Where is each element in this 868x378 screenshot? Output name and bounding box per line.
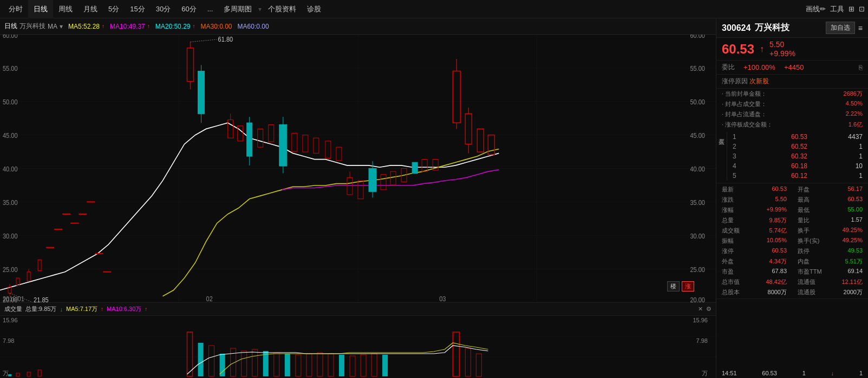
svg-rect-113	[328, 354, 334, 376]
nav-multi-period[interactable]: 多周期图	[218, 0, 257, 18]
svg-rect-55	[381, 175, 386, 190]
svg-rect-35	[238, 126, 243, 141]
close-vol-icon[interactable]: ✕	[698, 306, 703, 313]
svg-text:万: 万	[3, 370, 9, 376]
zhang-ting-reason-label: 涨停原因	[722, 77, 748, 85]
stat-nei-pan: 内盘 5.51万	[792, 256, 868, 267]
svg-rect-15	[16, 278, 19, 286]
ob-row-1: 1 60.53 4437	[727, 132, 868, 142]
stat-shi-ying-ttm: 市盈TTM 69.14	[792, 267, 868, 277]
svg-text:50.00: 50.00	[690, 98, 705, 106]
stat-zong-shi-zhi: 总市值 48.42亿	[716, 277, 792, 287]
main-layout: 日线 万兴科技 MA ▾ MA5:52.28 ↑ MA10:49.37 ↑ MA…	[0, 18, 868, 378]
volume-chart-svg: 15.96 7.98 万 15.96 7.98 万	[0, 316, 716, 378]
limit-info-row: 委比 +100.00% +4450 ⎘	[716, 61, 868, 75]
svg-text:60.00: 60.00	[3, 35, 18, 39]
svg-rect-33	[228, 120, 233, 138]
svg-text:45.00: 45.00	[690, 132, 705, 140]
nav-more[interactable]: ...	[202, 0, 219, 18]
fullscreen-icon[interactable]: ⊡	[859, 5, 865, 13]
stat-zong-liang: 总量 9.85万	[716, 215, 792, 226]
svg-rect-58	[412, 162, 417, 173]
bottom-time-row: 14:51 60.53 1 ↓ 1	[716, 368, 868, 378]
svg-rect-41	[279, 125, 287, 167]
chart-area: 日线 万兴科技 MA ▾ MA5:52.28 ↑ MA10:49.37 ↑ MA…	[0, 18, 716, 378]
svg-rect-110	[296, 355, 301, 376]
svg-rect-102	[209, 346, 214, 376]
svg-rect-112	[317, 353, 323, 376]
chart-toolbar: 日线 万兴科技 MA ▾ MA5:52.28 ↑ MA10:49.37 ↑ MA…	[0, 18, 716, 35]
nav-5fen[interactable]: 5分	[103, 0, 125, 18]
nav-fen-shi[interactable]: 分时	[3, 0, 28, 18]
chart-stock-name: 万兴科技	[19, 22, 45, 31]
nav-ri-xian[interactable]: 日线	[28, 0, 53, 18]
stat-shi-ying: 市盈 67.83	[716, 267, 792, 277]
price-chart[interactable]: 60.00 55.00 50.00 45.00 40.00 35.00 30.0…	[0, 35, 716, 302]
svg-rect-99	[38, 370, 41, 376]
ma10-indicator: MA10:49.37	[110, 23, 145, 30]
nav-yue-xian[interactable]: 月线	[78, 0, 103, 18]
stat-zui-di: 最低 55.00	[792, 205, 868, 215]
svg-rect-39	[258, 129, 263, 147]
volume-label: 成交量	[4, 305, 22, 313]
buy-book-rows: 1 60.53 4437 2 60.52 1 3 60.32 1	[727, 132, 868, 181]
copy-icon[interactable]: ⎘	[859, 64, 863, 71]
nav-stock-info[interactable]: 个股资料	[263, 0, 302, 18]
expand-icon[interactable]: ⊞	[849, 5, 854, 13]
volume-total: 总量:9.85万	[25, 305, 56, 313]
ma5-arrow: ↑	[102, 23, 105, 29]
svg-text:30.00: 30.00	[3, 232, 18, 240]
bottom-dir-icon: ↓	[831, 370, 834, 376]
svg-text:7.98: 7.98	[696, 337, 708, 344]
stock-menu-icon[interactable]: ≡	[858, 24, 863, 32]
svg-rect-111	[306, 354, 312, 376]
stat-cheng-jiao-e: 成交额 5.74亿	[716, 226, 792, 236]
flag-zhang: 涨	[682, 281, 694, 291]
svg-text:02: 02	[206, 295, 213, 302]
svg-rect-47	[325, 141, 331, 158]
bottom-price: 60.53	[762, 370, 777, 376]
tools-btn[interactable]: 工具	[830, 4, 844, 14]
svg-rect-40	[269, 125, 274, 142]
ma-type-arrow[interactable]: ▾	[60, 23, 63, 30]
stat-liang-bi: 量比 1.57	[792, 215, 868, 226]
limit-ratio-value: +100.00%	[743, 63, 775, 71]
nav-60fen[interactable]: 60分	[176, 0, 201, 18]
svg-rect-97	[16, 373, 19, 376]
svg-text:55.00: 55.00	[690, 65, 705, 72]
svg-rect-30	[198, 71, 205, 114]
draw-tool[interactable]: 画线✏	[806, 4, 826, 14]
ma10-arrow: ↑	[147, 23, 150, 29]
price-chart-svg: 60.00 55.00 50.00 45.00 40.00 35.00 30.0…	[0, 35, 716, 302]
svg-rect-114	[339, 355, 344, 376]
nav-diagnosis[interactable]: 诊股	[302, 0, 327, 18]
ma30-indicator: MA30:0.00	[200, 23, 232, 30]
svg-rect-46	[314, 138, 319, 153]
stat-zhang-fu: 涨幅 +9.99%	[716, 205, 792, 215]
svg-text:35.00: 35.00	[690, 198, 705, 206]
add-favorite-button[interactable]: 加自选	[826, 22, 855, 34]
stat-zui-gao: 最高 60.53	[792, 195, 868, 205]
svg-text:15.96: 15.96	[693, 317, 708, 323]
price-row: 60.53 ↑ 5.50 +9.99%	[716, 38, 868, 61]
svg-rect-48	[336, 147, 342, 161]
svg-rect-27	[187, 48, 194, 82]
stat-zhen-fu: 振幅 10.05%	[716, 236, 792, 246]
ma-type-selector[interactable]: MA	[48, 23, 57, 30]
volume-chart-container: 成交量 总量:9.85万 ↓ MA5:7.17万 ↑ MA10:6.30万 ↑ …	[0, 302, 716, 378]
stat-zhang-die: 涨跌 5.50	[716, 195, 792, 205]
settings-vol-icon[interactable]: ⚙	[706, 306, 712, 313]
svg-text:50.00: 50.00	[3, 98, 18, 106]
chart-flags: 楼 涨	[667, 281, 694, 291]
nav-15fen[interactable]: 15分	[125, 0, 150, 18]
svg-rect-51	[358, 181, 363, 199]
ma20-indicator: MA20:50.29	[155, 23, 191, 30]
svg-line-87	[191, 39, 217, 42]
nav-zhou-xian[interactable]: 周线	[53, 0, 78, 18]
limit-detail-2: · 封单占成交量： 4.50%	[716, 99, 868, 109]
svg-rect-117	[371, 354, 377, 376]
bottom-time: 14:51	[722, 370, 737, 376]
svg-text:55.00: 55.00	[3, 65, 18, 72]
svg-rect-61	[453, 71, 460, 123]
nav-30fen[interactable]: 30分	[151, 0, 176, 18]
